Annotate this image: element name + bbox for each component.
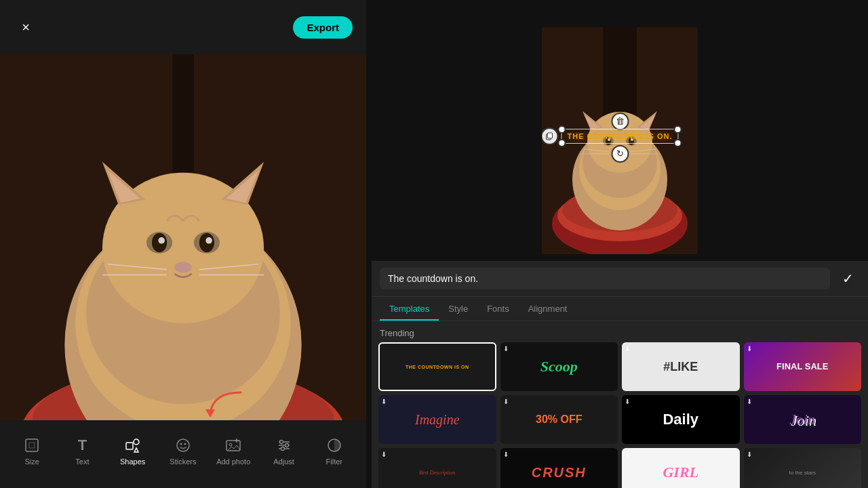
template-text-6: 30% OFF — [536, 413, 582, 426]
toolbar-stickers[interactable]: Stickers — [166, 436, 200, 466]
template-card-1[interactable]: THE COUNTDOWN IS ON — [378, 342, 496, 391]
close-button[interactable]: × — [14, 15, 38, 39]
text-icon: T — [73, 436, 92, 455]
tab-templates[interactable]: Templates — [380, 297, 439, 321]
size-label: Size — [24, 458, 39, 466]
panel-divider — [366, 0, 372, 488]
svg-point-30 — [177, 439, 189, 451]
confirm-button[interactable]: ✓ — [835, 266, 860, 291]
template-card-2[interactable]: ⬇ Scoop — [500, 342, 618, 391]
download-icon-6: ⬇ — [503, 398, 509, 405]
toolbar-shapes[interactable]: Shapes — [116, 436, 150, 466]
templates-grid: THE COUNTDOWN IS ON ⬇ Scoop ⬇ #LIKE ⬇ FI… — [372, 342, 868, 488]
svg-point-40 — [279, 441, 283, 444]
right-panel: 🗑 THE COUNTDOWN IS ON. ↻ — [372, 0, 868, 488]
left-header: × Export — [0, 0, 366, 54]
svg-rect-70 — [547, 133, 552, 138]
add-photo-label: Add photo — [216, 458, 250, 466]
template-text-12: to the stars — [789, 470, 816, 476]
svg-point-42 — [281, 447, 284, 451]
cat-photo-right: 🗑 THE COUNTDOWN IS ON. ↻ — [542, 27, 698, 254]
tab-style[interactable]: Style — [439, 297, 477, 321]
corner-handle-tr[interactable] — [674, 125, 682, 134]
left-image-area — [0, 54, 366, 420]
template-text-3: #LIKE — [663, 360, 698, 374]
svg-rect-33 — [226, 441, 240, 451]
export-button[interactable]: Export — [293, 16, 353, 39]
template-text-8: Join — [789, 411, 815, 428]
trending-label: Trending — [372, 321, 868, 342]
template-text-9: Best Description — [419, 470, 456, 476]
text-selection-box: THE COUNTDOWN IS ON. — [561, 129, 678, 144]
download-icon-11: ⬇ — [625, 451, 630, 458]
download-icon-4: ⬇ — [747, 345, 752, 352]
arrow-indicator — [200, 387, 248, 424]
text-input-row: ✓ — [372, 261, 868, 297]
toolbar-size[interactable]: Size — [15, 436, 49, 466]
template-text-10: CRUSH — [532, 465, 587, 481]
toolbar-add-photo[interactable]: Add photo — [216, 436, 250, 466]
download-icon-2: ⬇ — [503, 345, 509, 352]
download-icon-9: ⬇ — [381, 451, 387, 458]
shapes-label: Shapes — [120, 458, 145, 466]
text-input-field[interactable] — [380, 268, 830, 289]
download-icon-5: ⬇ — [381, 398, 387, 405]
corner-handle-bl[interactable] — [557, 139, 566, 147]
template-card-9[interactable]: ⬇ Best Description — [378, 448, 496, 488]
delete-handle[interactable]: 🗑 — [611, 113, 629, 130]
template-card-3[interactable]: ⬇ #LIKE — [622, 342, 740, 391]
corner-handle-tl[interactable] — [557, 125, 566, 134]
filter-icon — [325, 436, 344, 455]
tab-fonts[interactable]: Fonts — [477, 297, 519, 321]
text-overlay: THE COUNTDOWN IS ON. — [567, 132, 672, 140]
download-icon-7: ⬇ — [625, 398, 630, 405]
tabs-row: Templates Style Fonts Alignment — [372, 297, 868, 321]
shapes-icon — [123, 436, 142, 455]
text-overlay-container: 🗑 THE COUNTDOWN IS ON. ↻ — [561, 129, 678, 144]
toolbar-text[interactable]: T Text — [65, 436, 99, 466]
svg-point-18 — [158, 237, 165, 244]
template-card-7[interactable]: ⬇ Daily — [622, 395, 740, 444]
bottom-toolbar: Size T Text Shapes — [0, 420, 366, 488]
preview-container: 🗑 THE COUNTDOWN IS ON. ↻ — [542, 27, 698, 254]
right-spacer — [372, 0, 868, 20]
template-card-5[interactable]: ⬇ Imagine — [378, 395, 496, 444]
template-card-8[interactable]: ⬇ Join — [744, 395, 862, 444]
svg-point-41 — [285, 444, 288, 447]
svg-rect-26 — [26, 439, 38, 451]
template-text-4: FINAL SALE — [776, 361, 828, 372]
adjust-label: Adjust — [273, 458, 294, 466]
template-text-2: Scoop — [540, 358, 578, 375]
svg-point-32 — [184, 443, 186, 445]
tab-alignment[interactable]: Alignment — [519, 297, 577, 321]
download-icon-12: ⬇ — [747, 451, 752, 458]
image-preview-area: 🗑 THE COUNTDOWN IS ON. ↻ — [372, 20, 868, 261]
template-card-11[interactable]: ⬇ GIRL — [622, 448, 740, 488]
template-card-6[interactable]: ⬇ 30% OFF — [500, 395, 618, 444]
text-label: Text — [75, 458, 89, 466]
download-icon-8: ⬇ — [747, 398, 752, 405]
toolbar-filter[interactable]: Filter — [317, 436, 351, 466]
template-text-1: THE COUNTDOWN IS ON — [406, 365, 469, 369]
template-card-4[interactable]: ⬇ FINAL SALE — [744, 342, 862, 391]
stickers-icon — [174, 436, 193, 455]
cat-svg-left — [0, 54, 366, 420]
download-icon-3: ⬇ — [625, 345, 630, 352]
template-text-11: GIRL — [663, 464, 698, 481]
rotate-handle[interactable]: ↻ — [611, 145, 629, 163]
template-text-5: Imagine — [415, 412, 460, 428]
arrow-svg — [200, 387, 248, 421]
svg-point-28 — [134, 439, 139, 445]
template-text-7: Daily — [663, 411, 698, 428]
corner-handle-br[interactable] — [674, 139, 682, 147]
left-panel: × Export — [0, 0, 366, 488]
toolbar-adjust[interactable]: Adjust — [267, 436, 301, 466]
template-card-12[interactable]: ⬇ to the stars — [744, 448, 862, 488]
svg-marker-29 — [134, 448, 138, 452]
svg-point-20 — [174, 262, 191, 273]
stickers-label: Stickers — [170, 458, 196, 466]
svg-marker-25 — [205, 409, 215, 418]
template-card-10[interactable]: ⬇ CRUSH — [500, 448, 618, 488]
adjust-icon — [275, 436, 294, 455]
filter-label: Filter — [326, 458, 342, 466]
